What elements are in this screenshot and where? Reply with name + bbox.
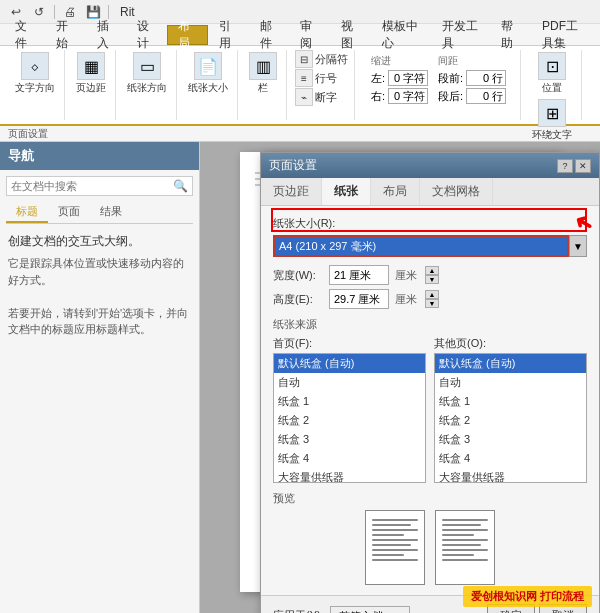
toolbar-separator-2 [108, 5, 109, 19]
source-item-large-other[interactable]: 大容量供纸器 [435, 468, 586, 483]
nav-search-input[interactable] [7, 177, 169, 195]
hyphen-row[interactable]: ⌁ 断字 [295, 88, 348, 106]
source-item-default-first[interactable]: 默认纸盒 (自动) [274, 354, 425, 373]
tab-design[interactable]: 设计 [126, 25, 167, 45]
line-num-icon[interactable]: ≡ [295, 69, 313, 87]
main-area: 导航 🔍 标题 页面 结果 创建文档的交互式大纲。 它是跟踪具体位置或快速移动内… [0, 142, 600, 613]
source-item-tray4-first[interactable]: 纸盒 4 [274, 449, 425, 468]
indent-right-label: 右: [371, 89, 385, 104]
tab-developer[interactable]: 开发工具 [431, 25, 491, 45]
preview-line [372, 519, 418, 521]
spacing-after-label: 段后: [438, 89, 463, 104]
spacing-after-row: 段后: [438, 88, 506, 104]
tab-references[interactable]: 引用 [208, 25, 249, 45]
source-item-tray3-first[interactable]: 纸盒 3 [274, 430, 425, 449]
source-item-tray3-other[interactable]: 纸盒 3 [435, 430, 586, 449]
paper-size-ribbon-icon[interactable]: 📄 纸张大小 [185, 50, 231, 97]
tab-template[interactable]: 模板中心 [371, 25, 431, 45]
position-label: 位置 [542, 81, 562, 95]
tab-pdf[interactable]: PDF工具集 [531, 25, 600, 45]
nav-search-box[interactable]: 🔍 [6, 176, 193, 196]
dialog-title-controls: ? ✕ [557, 159, 591, 173]
source-item-tray2-other[interactable]: 纸盒 2 [435, 411, 586, 430]
height-input[interactable] [329, 289, 389, 309]
position-img: ⊡ [538, 52, 566, 80]
source-item-auto-other[interactable]: 自动 [435, 373, 586, 392]
indent-left-input[interactable] [388, 70, 428, 86]
height-spin-down[interactable]: ▼ [425, 299, 439, 308]
height-spin-up[interactable]: ▲ [425, 290, 439, 299]
ribbon-group-margins: ▦ 页边距 [67, 50, 116, 120]
nav-search-icon: 🔍 [169, 177, 192, 195]
paper-size-img: 📄 [194, 52, 222, 80]
dialog-tab-docgrid[interactable]: 文档网格 [420, 178, 493, 205]
nav-tab-headings[interactable]: 标题 [6, 202, 48, 223]
dialog-tab-paper[interactable]: 纸张 [322, 178, 371, 205]
text-dir-img: ⬦ [21, 52, 49, 80]
preview-line [372, 554, 404, 556]
apply-select[interactable]: 整篇文档 [330, 606, 410, 614]
wrap-icon[interactable]: ⊞ 环绕文字 [529, 97, 575, 144]
orientation-icon[interactable]: ▭ 纸张方向 [124, 50, 170, 97]
indent-right-input[interactable] [388, 88, 428, 104]
text-dir-label: 文字方向 [15, 81, 55, 95]
width-input[interactable] [329, 265, 389, 285]
paper-size-arrow[interactable]: ▼ [569, 235, 587, 257]
tab-view[interactable]: 视图 [330, 25, 371, 45]
first-page-listbox[interactable]: 默认纸盒 (自动) 自动 纸盒 1 纸盒 2 纸盒 3 纸盒 4 大容量供纸器 … [273, 353, 426, 483]
breaks-row[interactable]: ⊟ 分隔符 [295, 50, 348, 68]
indent-section-label: 缩进 [371, 54, 428, 68]
nav-tab-results[interactable]: 结果 [90, 202, 132, 223]
source-item-default-other[interactable]: 默认纸盒 (自动) [435, 354, 586, 373]
dialog-tab-layout[interactable]: 布局 [371, 178, 420, 205]
preview-line [372, 544, 411, 546]
text-direction-icon[interactable]: ⬦ 文字方向 [12, 50, 58, 97]
dialog-content: 纸张大小(R): A4 (210 x 297 毫米) ▼ 宽度(W): 厘米 ▲… [261, 206, 599, 595]
preview-line [372, 529, 418, 531]
ribbon-group-orientation: ▭ 纸张方向 [118, 50, 177, 120]
dialog-cancel-button[interactable]: 取消 [539, 604, 587, 613]
margins-icon[interactable]: ▦ 页边距 [73, 50, 109, 97]
source-item-auto-first[interactable]: 自动 [274, 373, 425, 392]
breaks-icon[interactable]: ⊟ [295, 50, 313, 68]
tab-review[interactable]: 审阅 [289, 25, 330, 45]
dialog-tab-margins[interactable]: 页边距 [261, 178, 322, 205]
spacing-before-row: 段前: [438, 70, 506, 86]
dialog-ok-button[interactable]: 确定 [487, 604, 535, 613]
line-num-row[interactable]: ≡ 行号 [295, 69, 348, 87]
page-setup-dialog[interactable]: 页面设置 ? ✕ 页边距 纸张 布局 文档网格 纸张大小(R): [260, 152, 600, 613]
tab-mail[interactable]: 邮件 [249, 25, 290, 45]
preview-section: 预览 [273, 491, 587, 585]
dialog-close-btn[interactable]: ✕ [575, 159, 591, 173]
source-item-tray2-first[interactable]: 纸盒 2 [274, 411, 425, 430]
paper-size-select[interactable]: A4 (210 x 297 毫米) [273, 235, 569, 257]
nav-tab-pages[interactable]: 页面 [48, 202, 90, 223]
width-label: 宽度(W): [273, 268, 323, 283]
wrap-img: ⊞ [538, 99, 566, 127]
tab-file[interactable]: 文件 [4, 25, 45, 45]
width-spin-up[interactable]: ▲ [425, 266, 439, 275]
spacing-after-input[interactable] [466, 88, 506, 104]
other-pages-listbox[interactable]: 默认纸盒 (自动) 自动 纸盒 1 纸盒 2 纸盒 3 纸盒 4 大容量供纸器 … [434, 353, 587, 483]
source-item-tray1-first[interactable]: 纸盒 1 [274, 392, 425, 411]
tab-insert[interactable]: 插入 [86, 25, 127, 45]
tab-help[interactable]: 帮助 [490, 25, 531, 45]
dialog-help-btn[interactable]: ? [557, 159, 573, 173]
tab-layout[interactable]: 布局 [167, 25, 208, 45]
tab-home[interactable]: 开始 [45, 25, 86, 45]
position-icon[interactable]: ⊡ 位置 [535, 50, 569, 97]
source-item-tray1-other[interactable]: 纸盒 1 [435, 392, 586, 411]
columns-icon[interactable]: ▥ 栏 [246, 50, 280, 97]
height-row: 高度(E): 厘米 ▲ ▼ [273, 289, 587, 309]
preview-label: 预览 [273, 491, 587, 506]
indent-left-label: 左: [371, 71, 385, 86]
nav-content-heading: 创建文档的交互式大纲。 [8, 232, 191, 251]
spacing-before-label: 段前: [438, 71, 463, 86]
paper-size-dropdown: A4 (210 x 297 毫米) ▼ [273, 235, 587, 257]
source-item-tray4-other[interactable]: 纸盒 4 [435, 449, 586, 468]
source-lists: 首页(F): 默认纸盒 (自动) 自动 纸盒 1 纸盒 2 纸盒 3 纸盒 4 … [273, 336, 587, 483]
width-spin-down[interactable]: ▼ [425, 275, 439, 284]
source-item-large-first[interactable]: 大容量供纸器 [274, 468, 425, 483]
spacing-before-input[interactable] [466, 70, 506, 86]
hyphen-icon[interactable]: ⌁ [295, 88, 313, 106]
